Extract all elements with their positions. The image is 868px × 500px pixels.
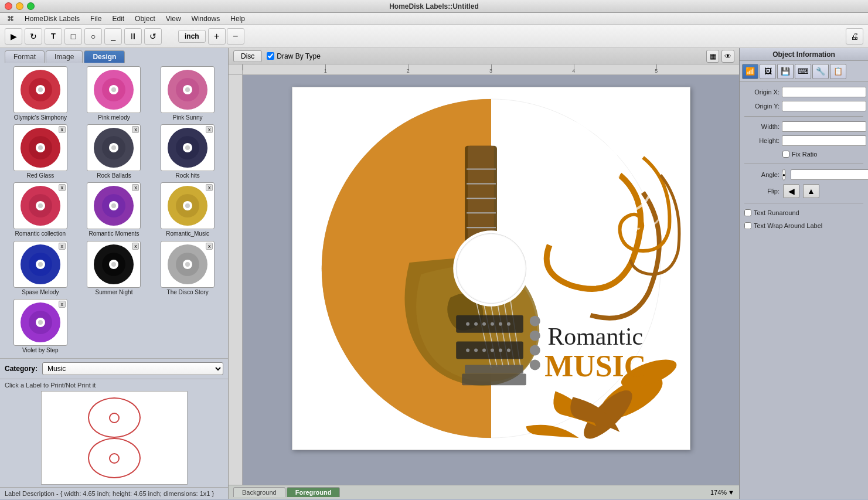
minimize-button[interactable]	[16, 2, 23, 10]
thumb-item[interactable]: x Red Glass	[5, 124, 76, 180]
title-bar: HomeDisk Labels::Untitled	[0, 0, 868, 13]
rect-tool[interactable]: □	[64, 28, 82, 45]
thumb-close[interactable]: x	[132, 126, 139, 133]
thumb-close[interactable]: x	[132, 243, 139, 250]
canvas-content[interactable]: Romantic MUSIC	[243, 75, 739, 485]
thumb-close[interactable]: x	[59, 184, 66, 191]
rp-icon-4[interactable]: ⌨	[795, 64, 811, 79]
menu-file[interactable]: File	[86, 13, 106, 24]
thumb-item[interactable]: x Rock hits	[152, 124, 223, 180]
thumb-item[interactable]: x The Disco Story	[152, 241, 223, 297]
svg-point-3	[38, 87, 43, 92]
svg-rect-85	[465, 365, 523, 373]
zoom-out-button[interactable]: −	[227, 28, 244, 45]
category-select[interactable]: Music Movies Games	[42, 362, 223, 375]
angle-label: Angle:	[744, 171, 780, 178]
tab-design[interactable]: Design	[84, 50, 125, 63]
zoom-in-button[interactable]: +	[208, 28, 226, 45]
tab-image[interactable]: Image	[46, 50, 83, 63]
circle-tool[interactable]: ○	[84, 28, 102, 45]
origin-y-input[interactable]	[782, 101, 866, 111]
thumb-image: x	[13, 124, 67, 171]
svg-point-87	[529, 316, 540, 326]
text-tool[interactable]: T	[45, 28, 62, 45]
menu-help[interactable]: Help	[226, 13, 250, 24]
text-wrap-checkbox[interactable]	[744, 222, 751, 229]
svg-point-81	[482, 349, 486, 352]
fix-ratio-checkbox[interactable]	[782, 151, 789, 158]
angle-dial[interactable]: ●	[782, 169, 786, 181]
tab-foreground[interactable]: Foreground	[287, 487, 341, 497]
disc-button[interactable]: Disc	[233, 50, 262, 62]
thumb-close[interactable]: x	[59, 126, 66, 133]
arrow-tool[interactable]: ▶	[5, 28, 22, 45]
print-cd-top[interactable]	[88, 397, 141, 438]
height-label: Height:	[744, 137, 780, 144]
thumb-label: Rock Ballads	[97, 172, 131, 179]
angle-input[interactable]	[791, 169, 868, 180]
window-controls[interactable]	[5, 2, 35, 10]
thumb-item[interactable]: Olympic's Simphony	[5, 66, 76, 122]
svg-point-90	[529, 359, 540, 370]
thumb-image: x	[13, 241, 67, 288]
rp-icon-3[interactable]: 💾	[777, 64, 794, 79]
svg-point-80	[474, 349, 478, 352]
layer-btn[interactable]: ▦	[706, 50, 719, 63]
draw-by-type-checkbox[interactable]	[267, 52, 274, 60]
rp-icon-2[interactable]: 🖼	[760, 64, 776, 79]
draw-by-type: Draw By Type	[267, 52, 320, 60]
tab-bar: Format Image Design	[0, 48, 228, 63]
menu-edit[interactable]: Edit	[107, 13, 129, 24]
flip-row: Flip: ◀ ▲	[744, 184, 863, 198]
eye-btn[interactable]: 👁	[721, 50, 734, 63]
menu-windows[interactable]: Windows	[187, 13, 225, 24]
close-button[interactable]	[5, 2, 12, 10]
width-input[interactable]	[782, 121, 866, 132]
thumb-item[interactable]: x Violet by Step	[5, 299, 76, 355]
menu-view[interactable]: View	[161, 13, 186, 24]
flip-horizontal-button[interactable]: ◀	[783, 184, 799, 198]
thumb-close[interactable]: x	[59, 243, 66, 250]
thumb-item[interactable]: x Summer Night	[79, 241, 150, 297]
height-input[interactable]	[782, 135, 866, 146]
menu-appname[interactable]: HomeDisk Labels	[20, 13, 84, 24]
ruler-row: 12345	[229, 64, 739, 75]
thumb-close[interactable]: x	[59, 301, 66, 308]
unit-button[interactable]: inch	[178, 30, 206, 43]
text-wrap-row: Text Wrap Around Label	[744, 221, 863, 230]
origin-x-input[interactable]	[782, 87, 866, 97]
rp-icon-6[interactable]: 📋	[830, 64, 846, 79]
thumb-item[interactable]: Pink melody	[79, 66, 150, 122]
rp-icon-5[interactable]: 🔧	[812, 64, 829, 79]
tab-background[interactable]: Background	[233, 487, 285, 497]
thumb-item[interactable]: x Rock Ballads	[79, 124, 150, 180]
tab-format[interactable]: Format	[5, 50, 45, 63]
thumb-item[interactable]: x Romantic_Music	[152, 182, 223, 238]
cd-design[interactable]: Romantic MUSIC	[292, 87, 690, 450]
rotate-tool[interactable]: ↺	[144, 28, 162, 45]
text-runaround-checkbox[interactable]	[744, 209, 751, 216]
menu-apple[interactable]: ⌘	[2, 13, 19, 24]
menu-object[interactable]: Object	[130, 13, 160, 24]
thumb-close[interactable]: x	[132, 184, 139, 191]
flip-vertical-button[interactable]: ▲	[803, 184, 819, 198]
rp-icon-1[interactable]: 📶	[742, 64, 758, 79]
print-preview-area: Click a Label to Print/Not Print it	[0, 379, 228, 487]
print-button[interactable]: 🖨	[846, 28, 863, 45]
maximize-button[interactable]	[27, 2, 35, 10]
barcode-tool[interactable]: |||	[124, 28, 142, 45]
thumb-item[interactable]: Pink Sunny	[152, 66, 223, 122]
thumb-item[interactable]: x Romantic collection	[5, 182, 76, 238]
thumb-image: x	[13, 299, 67, 346]
print-cd-bottom[interactable]	[88, 438, 141, 478]
thumb-item[interactable]: x Spase Melody	[5, 241, 76, 297]
thumb-item[interactable]: x Romantic Moments	[79, 182, 150, 238]
thumb-close[interactable]: x	[206, 243, 213, 250]
svg-point-31	[111, 203, 116, 208]
undo-tool[interactable]: ↻	[25, 28, 42, 45]
line-tool[interactable]: ⎯	[104, 28, 122, 45]
thumb-close[interactable]: x	[206, 126, 213, 133]
thumb-close[interactable]: x	[206, 184, 213, 191]
thumb-label: Violet by Step	[22, 347, 59, 353]
right-panel-icons: 📶 🖼 💾 ⌨ 🔧 📋	[740, 61, 868, 82]
